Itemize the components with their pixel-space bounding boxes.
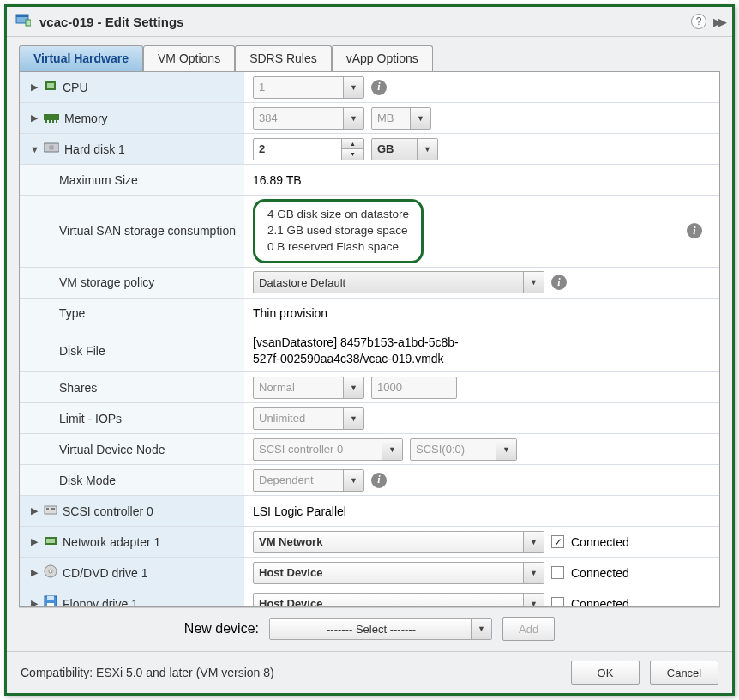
vsan-line1: 4 GB disk size on datastore xyxy=(267,207,409,223)
chevron-down-icon: ▼ xyxy=(523,563,544,583)
expand-arrow-icon[interactable]: ▶ xyxy=(30,536,39,547)
svg-point-11 xyxy=(49,145,54,150)
tab-virtual-hardware[interactable]: Virtual Hardware xyxy=(19,45,143,71)
chevron-down-icon: ▼ xyxy=(523,532,544,552)
chevron-down-icon: ▼ xyxy=(343,377,363,398)
spinner-up-icon: ▲ xyxy=(342,139,363,150)
chevron-down-icon: ▼ xyxy=(496,439,516,460)
expand-arrow-icon[interactable]: ▶ xyxy=(30,598,39,607)
vsan-highlight: 4 GB disk size on datastore 2.1 GB used … xyxy=(253,199,424,263)
cpu-count-select[interactable]: 1 ▼ xyxy=(253,76,364,99)
expand-arrow-icon[interactable]: ▶ xyxy=(30,505,39,516)
limit-iops-select[interactable]: Unlimited ▼ xyxy=(253,407,364,430)
cd-device-select[interactable]: Host Device ▼ xyxy=(253,562,544,584)
svg-rect-4 xyxy=(47,83,54,88)
cancel-button[interactable]: Cancel xyxy=(650,661,718,685)
info-icon[interactable]: i xyxy=(371,473,387,488)
memory-unit-select[interactable]: MB ▼ xyxy=(371,107,431,130)
svg-rect-9 xyxy=(56,120,57,123)
vsan-label: Virtual SAN storage consumption xyxy=(59,223,236,238)
add-device-button[interactable]: Add xyxy=(502,617,555,641)
svg-rect-20 xyxy=(47,596,54,600)
chevron-down-icon: ▼ xyxy=(417,139,437,160)
vnode-device-select[interactable]: SCSI(0:0) ▼ xyxy=(410,438,517,461)
vnode-label: Virtual Device Node xyxy=(59,443,165,456)
info-icon[interactable]: i xyxy=(551,275,567,290)
disk-mode-select[interactable]: Dependent ▼ xyxy=(253,469,364,492)
svg-rect-16 xyxy=(46,539,55,543)
svg-point-18 xyxy=(49,570,52,573)
network-connected-checkbox[interactable]: ✓ xyxy=(551,535,564,548)
disk-file-label: Disk File xyxy=(59,344,105,358)
disk-file-line2: 527f-002590aa4c38/vcac-019.vmdk xyxy=(253,351,711,367)
memory-size-input[interactable]: 384 ▼ xyxy=(253,107,364,130)
shares-label: Shares xyxy=(59,381,97,395)
svg-rect-1 xyxy=(16,15,28,17)
disk-type-value: Thin provision xyxy=(253,306,327,320)
cd-connected-label: Connected xyxy=(571,566,629,580)
new-device-select[interactable]: ------- Select ------- ▼ xyxy=(269,618,492,640)
vm-icon xyxy=(15,12,31,31)
scsi-label: SCSI controller 0 xyxy=(63,504,153,518)
tab-sdrs-rules[interactable]: SDRS Rules xyxy=(235,45,332,71)
chevron-down-icon: ▼ xyxy=(382,439,402,460)
floppy-label: Floppy drive 1 xyxy=(63,597,138,607)
scsi-icon xyxy=(44,504,57,518)
help-icon[interactable]: ? xyxy=(691,14,706,29)
svg-rect-21 xyxy=(47,603,54,607)
svg-rect-12 xyxy=(45,506,57,514)
floppy-icon xyxy=(44,595,57,607)
vnode-controller-select[interactable]: SCSI controller 0 ▼ xyxy=(253,438,403,461)
tab-vm-options[interactable]: VM Options xyxy=(143,45,235,71)
floppy-device-select[interactable]: Host Device ▼ xyxy=(253,593,544,607)
hard-disk-label: Hard disk 1 xyxy=(64,142,125,156)
cd-label: CD/DVD drive 1 xyxy=(63,566,148,580)
svg-rect-2 xyxy=(26,20,31,26)
svg-rect-7 xyxy=(49,120,51,123)
tab-vapp-options[interactable]: vApp Options xyxy=(332,45,433,71)
hard-disk-icon xyxy=(44,142,59,156)
vsan-line2: 2.1 GB used storage space xyxy=(267,223,409,239)
svg-rect-6 xyxy=(45,120,47,123)
info-icon[interactable]: i xyxy=(371,80,387,95)
cd-connected-checkbox[interactable] xyxy=(551,566,564,579)
disk-size-spinner[interactable]: 2 ▲▼ xyxy=(253,138,364,160)
storage-policy-label: VM storage policy xyxy=(59,275,154,289)
ok-button[interactable]: OK xyxy=(571,661,640,685)
floppy-connected-checkbox[interactable] xyxy=(551,597,564,607)
disk-unit-select[interactable]: GB ▼ xyxy=(371,138,438,160)
expand-arrow-icon[interactable]: ▶ xyxy=(30,112,39,124)
svg-rect-13 xyxy=(46,508,49,510)
network-icon xyxy=(44,534,57,549)
collapse-arrow-icon[interactable]: ▼ xyxy=(30,144,39,154)
collapse-icon[interactable]: ▶▶ xyxy=(713,15,724,28)
edit-settings-dialog: vcac-019 - Edit Settings ? ▶▶ Virtual Ha… xyxy=(4,4,735,696)
storage-policy-select[interactable]: Datastore Default ▼ xyxy=(253,271,544,293)
svg-rect-14 xyxy=(51,508,55,510)
chevron-down-icon: ▼ xyxy=(410,108,430,129)
network-connected-label: Connected xyxy=(571,535,629,549)
max-size-value: 16.89 TB xyxy=(253,173,302,187)
compatibility-text: Compatibility: ESXi 5.0 and later (VM ve… xyxy=(21,666,274,679)
info-icon[interactable]: i xyxy=(687,223,702,238)
expand-arrow-icon[interactable]: ▶ xyxy=(30,81,39,93)
cpu-label: CPU xyxy=(63,81,88,94)
vsan-line3: 0 B reserved Flash space xyxy=(267,239,409,256)
disk-type-label: Type xyxy=(59,306,85,320)
expand-arrow-icon[interactable]: ▶ xyxy=(30,567,39,578)
shares-select[interactable]: Normal ▼ xyxy=(253,377,364,399)
svg-rect-8 xyxy=(52,120,54,123)
max-size-label: Maximum Size xyxy=(59,173,138,187)
network-select[interactable]: VM Network ▼ xyxy=(253,531,544,553)
new-device-label: New device: xyxy=(184,621,259,637)
new-device-bar: New device: ------- Select ------- ▼ Add xyxy=(19,607,720,651)
shares-value-input[interactable]: 1000 xyxy=(371,377,457,399)
chevron-down-icon: ▼ xyxy=(343,77,363,98)
spinner-down-icon: ▼ xyxy=(342,149,363,160)
chevron-down-icon: ▼ xyxy=(523,272,544,293)
network-label: Network adapter 1 xyxy=(63,535,160,549)
disk-file-line1: [vsanDatastore] 8457b153-a1bd-5c8b- xyxy=(253,335,711,351)
cd-icon xyxy=(44,564,57,581)
scsi-value: LSI Logic Parallel xyxy=(253,504,346,518)
limit-iops-label: Limit - IOPs xyxy=(59,412,122,425)
